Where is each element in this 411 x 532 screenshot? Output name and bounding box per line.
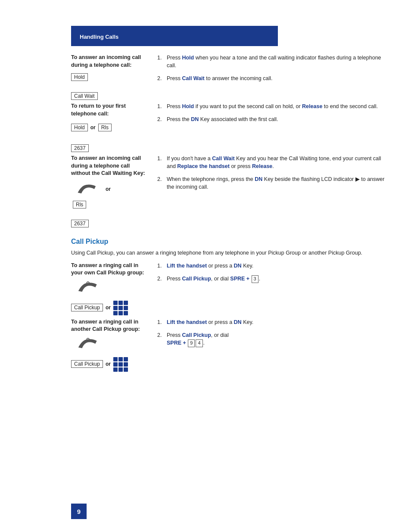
heading-1: To answer an incoming call during a tele… xyxy=(71,54,149,69)
page-number: 9 xyxy=(71,504,87,519)
number-2637-1: 2637 xyxy=(71,144,89,152)
key-items-4: Call Pickup or xyxy=(71,280,149,317)
sub2-heading: To answer a ringing call in another Call… xyxy=(71,318,149,333)
right-col-3: 1. If you don't have a Call Wait Key and… xyxy=(157,155,385,196)
right-col-5: 1. Lift the handset or press a DN Key. 2… xyxy=(157,318,385,352)
key-9: 9 xyxy=(188,339,195,347)
section-return-call: To return to your first telephone call: … xyxy=(71,103,385,153)
sub1-heading: To answer a ringing call in your own Cal… xyxy=(71,262,149,277)
section-call-wait: To answer an incoming call during a tele… xyxy=(71,54,385,101)
header-title: Handling Calls xyxy=(80,34,118,40)
hold-key-1: Hold xyxy=(71,73,88,81)
key-items-1: Hold Call Wait xyxy=(71,72,149,101)
right-col-4: 1. Lift the handset or press a DN Key. 2… xyxy=(157,262,385,288)
hold-or-rls: Hold or Rls xyxy=(71,123,149,132)
rls-key-2: Rls xyxy=(73,201,86,208)
left-col-4: To answer a ringing call in your own Cal… xyxy=(71,262,157,317)
number-2637-2: 2637 xyxy=(71,220,89,227)
section-no-callwait-key: To answer an incoming call during a tele… xyxy=(71,155,385,228)
right-col-1: 1. Press Hold when you hear a tone and t… xyxy=(157,54,385,87)
step-3-2: 2. When the telephone rings, press the D… xyxy=(157,175,385,191)
rls-key-1: Rls xyxy=(98,124,112,131)
callpickup-or-keypad-2: Call Pickup or xyxy=(71,357,149,371)
call-pickup-intro: Using Call Pickup, you can answer a ring… xyxy=(71,249,385,257)
heading-2: To return to your first telephone call: xyxy=(71,103,149,118)
key-items-3: or Rls 2637 xyxy=(71,181,149,228)
phone-icon-3 xyxy=(75,337,101,351)
call-wait-key: Call Wait xyxy=(71,92,98,100)
key-items-2: Hold or Rls 2637 xyxy=(71,121,149,153)
step-4-1: 1. Lift the handset or press a DN Key. xyxy=(157,262,385,270)
step-5-1: 1. Lift the handset or press a DN Key. xyxy=(157,318,385,326)
hold-key-2: Hold xyxy=(71,124,88,131)
phone-icon-1 xyxy=(75,183,100,196)
heading-3: To answer an incoming call during a tele… xyxy=(71,155,149,177)
step-1-1: 1. Press Hold when you hear a tone and t… xyxy=(157,54,385,69)
left-col-5: To answer a ringing call in another Call… xyxy=(71,318,157,373)
phone-icon-2 xyxy=(75,280,101,294)
key-4: 4 xyxy=(196,339,202,347)
step-2-2: 2. Press the DN Key associated with the … xyxy=(157,115,385,123)
phone-or-row: or xyxy=(75,183,149,196)
keypad-grid-1 xyxy=(113,301,128,315)
section-own-group: To answer a ringing call in your own Cal… xyxy=(71,262,385,317)
main-content: To answer an incoming call during a tele… xyxy=(71,54,385,373)
call-pickup-key-2: Call Pickup xyxy=(71,360,103,368)
header-banner: Handling Calls xyxy=(71,26,278,46)
step-5-2: 2. Press Call Pickup, or dialSPRE + 94. xyxy=(157,331,385,347)
step-2-1: 1. Press Hold if you want to put the sec… xyxy=(157,103,385,110)
call-pickup-heading: Call Pickup xyxy=(71,238,385,246)
step-3-1: 1. If you don't have a Call Wait Key and… xyxy=(157,155,385,170)
call-pickup-key-1: Call Pickup xyxy=(71,304,103,311)
left-col-2: To return to your first telephone call: … xyxy=(71,103,157,153)
key-3: 3 xyxy=(252,275,258,283)
left-col-3: To answer an incoming call during a tele… xyxy=(71,155,157,228)
callpickup-or-keypad-1: Call Pickup or xyxy=(71,301,149,315)
section-another-group: To answer a ringing call in another Call… xyxy=(71,318,385,373)
step-1-2: 2. Press Call Wait to answer the incomin… xyxy=(157,75,385,82)
step-4-2: 2. Press Call Pickup, or dial SPRE + 3. xyxy=(157,275,385,283)
left-col-1: To answer an incoming call during a tele… xyxy=(71,54,157,101)
key-items-5: Call Pickup or xyxy=(71,337,149,373)
right-col-2: 1. Press Hold if you want to put the sec… xyxy=(157,103,385,128)
keypad-grid-2 xyxy=(113,357,128,371)
